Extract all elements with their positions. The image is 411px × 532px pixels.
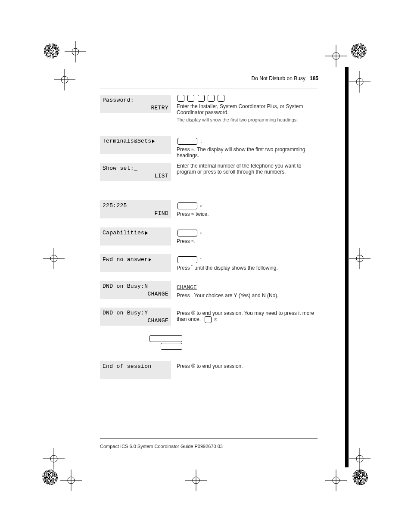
page-header: Do Not Disturb on Busy 185	[252, 75, 318, 81]
footer: Compact ICS 6.0 System Coordinator Guide…	[100, 444, 223, 449]
step-3: Enter the internal number of the telepho…	[177, 163, 314, 175]
show-key-icon	[177, 138, 197, 145]
crosshair-icon	[345, 67, 375, 97]
step-aux-text: The display will show the first two prog…	[177, 117, 314, 122]
step-2: ≈ Press ≈. The display will show the fir…	[177, 138, 314, 159]
lcd-dnd-n: DND on Busy:N CHANGE	[100, 281, 171, 299]
arrow-right-icon	[152, 140, 155, 143]
lcd-line2: RETRY	[151, 105, 168, 111]
step-5: ≈ Press ≈.	[177, 230, 314, 244]
keycap-icon	[187, 95, 194, 102]
lcd-terminals-sets: Terminals&Sets	[100, 136, 171, 154]
lcd-capabilities: Capabilities	[100, 227, 171, 246]
register-medallion-icon	[352, 470, 368, 485]
keycap-icon	[149, 335, 182, 342]
step-text: Enter the Installer, System Coordinator …	[177, 103, 314, 115]
rule-top	[100, 88, 318, 88]
key-stack	[149, 335, 182, 351]
step-7: CHANGE Press . Your choices are Y (Yes) …	[177, 284, 314, 299]
arrow-right-icon	[149, 258, 151, 261]
step-8: Press ® to end your session. You may nee…	[177, 310, 314, 323]
change-softkey[interactable]: CHANGE	[177, 284, 197, 291]
crosshair-icon	[56, 465, 86, 495]
keycap-icon	[218, 95, 224, 102]
step-text: Press ® to end your session.	[177, 363, 243, 369]
lcd-password: Password: RETRY	[100, 95, 171, 113]
lcd-line1: DND on Busy:Y	[103, 310, 148, 316]
keycap-icon	[198, 95, 205, 102]
lcd-line2: LIST	[155, 173, 168, 179]
register-medallion-icon	[44, 43, 59, 59]
step-text: Enter the internal number of the telepho…	[177, 163, 302, 175]
register-medallion-icon	[351, 43, 367, 59]
step-text: Press . Your choices are Y (Yes) and N (…	[177, 292, 314, 299]
step-9: Press ® to end your session.	[177, 363, 314, 369]
lcd-show-set: Show set:_ LIST	[100, 163, 171, 181]
step-4: ≈ Press ≈ twice.	[177, 202, 314, 217]
step-text: Press ≈.	[177, 238, 314, 244]
lcd-line1: Terminals&Sets	[103, 138, 155, 144]
show-key-icon	[177, 202, 197, 209]
keycap-icon	[208, 95, 215, 102]
step-text: Press ® to end your session. You may nee…	[177, 310, 314, 322]
step-text: Press ˜ until the display shows the foll…	[177, 265, 314, 271]
crosshair-icon	[60, 37, 90, 67]
lcd-line2: CHANGE	[147, 318, 168, 324]
keycap-icon	[161, 343, 182, 350]
crosshair-icon	[50, 65, 80, 95]
lcd-line2: FIND	[155, 211, 168, 217]
step-6: ˜ Press ˜ until the display shows the fo…	[177, 256, 314, 271]
show-key-icon	[177, 230, 197, 236]
page-number: 185	[310, 75, 318, 81]
crosshair-icon	[345, 243, 375, 274]
lcd-end-of-session: End of session	[100, 361, 171, 379]
lcd-line1: Password:	[103, 97, 134, 103]
lcd-line2: CHANGE	[147, 291, 168, 297]
lcd-line1: Capabilities	[103, 230, 148, 236]
lcd-dn: 225:225 FIND	[100, 200, 171, 218]
step-1: Enter the Installer, System Coordinator …	[177, 95, 314, 122]
lcd-fwd-no-answer: Fwd no answer	[100, 254, 171, 272]
crosshair-icon	[181, 465, 211, 495]
crosshair-icon	[39, 243, 69, 274]
lcd-line1: 225:225	[103, 203, 127, 209]
register-medallion-icon	[42, 470, 58, 485]
keycap-icon	[177, 95, 184, 102]
lcd-dnd-y: DND on Busy:Y CHANGE	[100, 308, 171, 326]
step-text: Press ≈. The display will show the first…	[177, 146, 314, 159]
page: Do Not Disturb on Busy 185 Password: RET…	[0, 0, 411, 532]
lcd-line1: Show set:_	[103, 165, 137, 171]
lcd-line1: End of session	[103, 364, 151, 370]
section-title: Do Not Disturb on Busy	[252, 75, 305, 81]
lcd-line1: Fwd no answer	[103, 257, 151, 263]
next-key-icon	[177, 256, 197, 263]
step-text: Press ≈ twice.	[177, 211, 314, 217]
lcd-line1: DND on Busy:N	[103, 283, 148, 289]
rule-bottom	[100, 439, 318, 439]
arrow-right-icon	[145, 231, 148, 235]
rls-key-icon	[205, 316, 212, 323]
